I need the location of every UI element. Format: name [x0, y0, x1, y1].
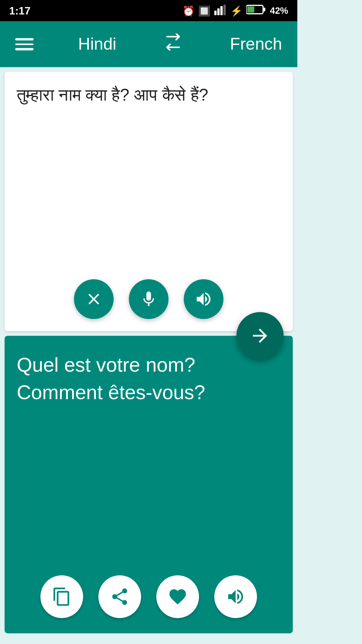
- status-icons: ⏰ 🔲 ⚡ 42%: [182, 4, 288, 17]
- speak-output-button[interactable]: [214, 575, 257, 618]
- output-area: Quel est votre nom? Comment êtes-vous?: [5, 336, 293, 633]
- main-content: तुम्हारा नाम क्या है? आप कैसे हैं?: [0, 67, 297, 638]
- svg-rect-1: [217, 8, 220, 15]
- menu-button[interactable]: [15, 38, 34, 50]
- svg-rect-5: [263, 8, 265, 11]
- svg-rect-0: [214, 10, 217, 15]
- charging-icon: ⚡: [230, 5, 242, 16]
- source-language[interactable]: Hindi: [78, 34, 116, 54]
- input-actions: [74, 279, 224, 319]
- nav-bar: Hindi French: [0, 21, 297, 67]
- svg-rect-2: [220, 6, 223, 15]
- speaker-button[interactable]: [184, 279, 223, 319]
- mic-button[interactable]: [129, 279, 168, 319]
- svg-rect-6: [247, 6, 254, 12]
- clear-button[interactable]: [74, 279, 114, 319]
- share-button[interactable]: [98, 575, 141, 618]
- output-actions: [41, 575, 257, 618]
- sim-icon: 🔲: [198, 5, 210, 16]
- status-time: 1:17: [9, 5, 31, 17]
- source-text[interactable]: तुम्हारा नाम क्या है? आप कैसे हैं?: [17, 84, 281, 107]
- swap-languages-button[interactable]: [161, 34, 185, 55]
- translated-text: Quel est votre nom? Comment êtes-vous?: [17, 351, 281, 407]
- signal-icon: [214, 4, 226, 17]
- favorite-button[interactable]: [156, 575, 199, 618]
- copy-button[interactable]: [41, 575, 83, 618]
- battery-percent: 42%: [270, 5, 288, 16]
- status-bar: 1:17 ⏰ 🔲 ⚡ 42%: [0, 0, 297, 21]
- translate-button[interactable]: [236, 312, 284, 359]
- target-language[interactable]: French: [230, 34, 282, 54]
- input-area: तुम्हारा नाम क्या है? आप कैसे हैं?: [5, 72, 293, 331]
- alarm-icon: ⏰: [182, 5, 194, 16]
- svg-rect-3: [223, 4, 226, 15]
- battery-icon: [246, 5, 266, 17]
